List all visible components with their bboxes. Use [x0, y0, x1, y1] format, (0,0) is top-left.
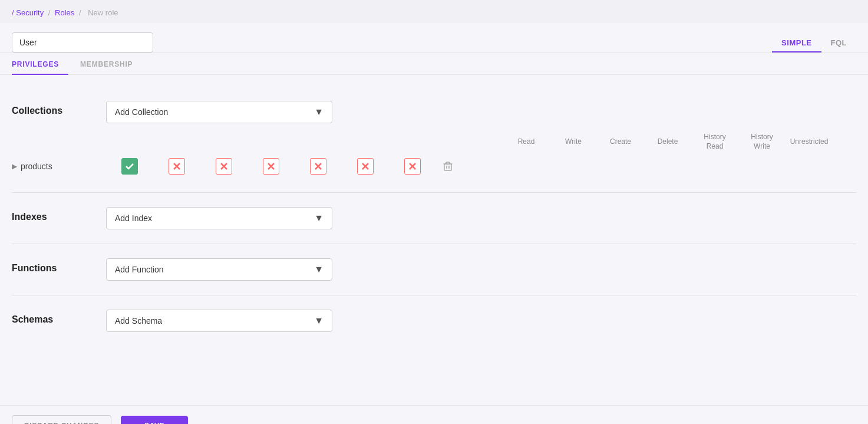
svg-rect-12 — [444, 164, 451, 170]
indexes-section: Indexes Add Index ▼ — [12, 193, 856, 244]
indexes-header: Indexes Add Index ▼ — [12, 207, 856, 229]
perm-create-x[interactable] — [216, 158, 232, 175]
breadcrumb-roles[interactable]: Roles — [55, 8, 74, 17]
perm-history-write-x[interactable] — [357, 158, 374, 175]
breadcrumb: / Security / Roles / New role — [0, 0, 868, 23]
add-index-dropdown[interactable]: Add Index ▼ — [106, 207, 332, 229]
tabs-bar: PRIVILEGES MEMBERSHIP — [0, 53, 868, 75]
perm-unrestricted-x[interactable] — [404, 158, 421, 175]
breadcrumb-sep2: / — [79, 8, 81, 17]
chevron-down-icon: ▼ — [314, 107, 324, 117]
breadcrumb-home[interactable]: / — [12, 8, 14, 17]
perm-cell-write — [153, 158, 200, 175]
page-container: / Security / Roles / New role SIMPLE FQL… — [0, 0, 868, 424]
tab-privileges[interactable]: PRIVILEGES — [12, 53, 68, 74]
collections-header: Collections Add Collection ▼ — [12, 101, 856, 123]
perm-write-x[interactable] — [169, 158, 185, 175]
chevron-down-icon: ▼ — [314, 213, 324, 223]
add-index-label: Add Index — [115, 213, 152, 223]
table-header-row: Read Write Create Delete HistoryRead His… — [106, 133, 856, 155]
perm-cell-history-write — [342, 158, 389, 175]
view-fql-button[interactable]: FQL — [821, 34, 857, 52]
footer-actions: DISCARD CHANGES SAVE — [0, 405, 868, 424]
collections-table: Read Write Create Delete HistoryRead His… — [12, 133, 856, 178]
top-bar: SIMPLE FQL — [0, 23, 868, 53]
row-name-products: ▶ products — [12, 162, 106, 171]
add-schema-dropdown[interactable]: Add Schema ▼ — [106, 310, 332, 332]
add-collection-dropdown[interactable]: Add Collection ▼ — [106, 101, 332, 123]
col-header-unrestricted: Unrestricted — [786, 137, 833, 147]
perm-delete-x[interactable] — [263, 158, 279, 175]
expand-icon[interactable]: ▶ — [12, 162, 17, 170]
schemas-header: Schemas Add Schema ▼ — [12, 310, 856, 332]
col-header-history-read: HistoryRead — [691, 133, 738, 151]
perm-cell-read — [106, 158, 153, 175]
breadcrumb-security[interactable]: Security — [16, 8, 44, 17]
role-name-input[interactable] — [12, 32, 153, 52]
add-function-dropdown[interactable]: Add Function ▼ — [106, 258, 332, 281]
breadcrumb-current: New role — [88, 8, 118, 17]
breadcrumb-sep1: / — [48, 8, 51, 17]
schemas-section: Schemas Add Schema ▼ — [12, 295, 856, 346]
col-header-history-write: HistoryWrite — [738, 133, 786, 151]
col-header-create: Create — [597, 137, 644, 147]
functions-section: Functions Add Function ▼ — [12, 244, 856, 295]
perm-cell-create — [200, 158, 247, 175]
add-function-label: Add Function — [115, 265, 164, 274]
col-header-delete: Delete — [644, 137, 691, 147]
perm-history-read-x[interactable] — [310, 158, 326, 175]
col-header-write: Write — [550, 137, 597, 147]
table-row: ▶ products — [12, 155, 856, 178]
add-collection-label: Add Collection — [115, 107, 168, 117]
perm-cell-delete — [247, 158, 295, 175]
indexes-title: Indexes — [12, 207, 106, 222]
tab-membership[interactable]: MEMBERSHIP — [80, 53, 142, 74]
collection-name: products — [21, 162, 52, 171]
perm-cell-history-read — [295, 158, 342, 175]
view-switcher: SIMPLE FQL — [772, 34, 856, 52]
main-content: Collections Add Collection ▼ Read Write … — [0, 75, 868, 405]
functions-header: Functions Add Function ▼ — [12, 258, 856, 281]
collections-title: Collections — [12, 101, 106, 116]
chevron-down-icon: ▼ — [314, 264, 324, 275]
svg-rect-16 — [446, 162, 450, 164]
chevron-down-icon: ▼ — [314, 315, 324, 326]
view-simple-button[interactable]: SIMPLE — [772, 34, 821, 52]
delete-collection-row-button[interactable] — [436, 161, 460, 172]
col-header-read: Read — [503, 137, 550, 147]
perm-cell-unrestricted — [389, 158, 436, 175]
perm-read-check[interactable] — [121, 158, 138, 175]
save-button[interactable]: SAVE — [121, 416, 188, 424]
discard-changes-button[interactable]: DISCARD CHANGES — [12, 415, 111, 424]
collections-section: Collections Add Collection ▼ Read Write … — [12, 87, 856, 193]
add-schema-label: Add Schema — [115, 316, 162, 326]
schemas-title: Schemas — [12, 310, 106, 325]
functions-title: Functions — [12, 258, 106, 274]
